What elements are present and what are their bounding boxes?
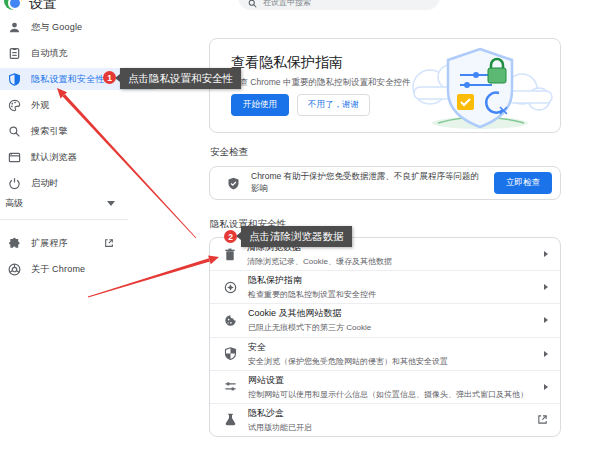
sidebar-item-about-chrome[interactable]: 关于 Chrome [0, 256, 192, 282]
chevron-right-icon [544, 351, 548, 357]
advanced-label: 高级 [5, 197, 23, 210]
sidebar-item-label: 扩展程序 [31, 237, 68, 250]
card-title: 查看隐私保护指南 [231, 54, 343, 72]
sidebar-item-autofill[interactable]: 自动填充 [0, 40, 192, 66]
browser-icon [8, 151, 21, 164]
security-shield-icon [224, 347, 237, 360]
sidebar-item-label: 外观 [31, 99, 49, 112]
row-title: 隐私沙盒 [248, 407, 526, 420]
sidebar-item-label: 启动时 [31, 177, 59, 190]
get-started-button[interactable]: 开始使用 [231, 94, 289, 116]
row-cookies[interactable]: Cookie 及其他网站数据 已阻止无痕模式下的第三方 Cookie [210, 304, 560, 337]
sidebar-advanced-toggle[interactable]: 高级 [5, 197, 115, 210]
puzzle-icon [8, 237, 21, 250]
settings-sidebar: 您与 Google 自动填充 隐私设置和安全性 外观 [0, 14, 192, 196]
row-subtitle: 安全浏览（保护您免受危险网站的侵害）和其他安全设置 [248, 356, 533, 367]
tune-icon [224, 380, 237, 393]
step-2-badge: 2 [224, 230, 237, 243]
row-subtitle: 试用版功能已开启 [248, 422, 526, 433]
row-privacy-guide[interactable]: 隐私保护指南 检查重要的隐私控制设置和安全控件 [210, 271, 560, 304]
chrome-settings-page: 设置 在设置中搜索 您与 Google 自动填充 [0, 0, 600, 451]
sidebar-item-extensions[interactable]: 扩展程序 [0, 230, 192, 256]
sidebar-item-search-engine[interactable]: 搜索引擎 [0, 118, 192, 144]
safety-check-description: Chrome 有助于保护您免受数据泄露、不良扩展程序等问题的影响 [251, 171, 483, 195]
sidebar-item-label: 关于 Chrome [31, 263, 85, 276]
step-2-tooltip: 点击清除浏览器数据 [241, 226, 352, 247]
privacy-guide-card: 查看隐私保护指南 检查 Chrome 中重要的隐私控制设置和安全控件 开始使用 … [209, 38, 561, 133]
power-icon [8, 177, 21, 190]
shield-icon [8, 73, 21, 86]
chrome-icon [8, 263, 21, 276]
sidebar-item-label: 自动填充 [31, 47, 68, 60]
compass-icon [224, 281, 237, 294]
card-subtitle: 检查 Chrome 中重要的隐私控制设置和安全控件 [231, 77, 410, 89]
check-now-button[interactable]: 立即检查 [494, 172, 552, 194]
sidebar-item-on-startup[interactable]: 启动时 [0, 170, 192, 196]
chevron-right-icon [544, 317, 548, 323]
magnifier-icon [8, 125, 21, 138]
step-1-badge: 1 [103, 71, 116, 84]
sidebar-item-default-browser[interactable]: 默认浏览器 [0, 144, 192, 170]
privacy-settings-card: 清除浏览数据 清除浏览记录、Cookie、缓存及其他数据 隐私保护指南 检查重要… [209, 237, 561, 437]
row-title: 网站设置 [248, 374, 533, 387]
no-thanks-button[interactable]: 不用了，谢谢 [297, 94, 370, 116]
safety-check-card: Chrome 有助于保护您免受数据泄露、不良扩展程序等问题的影响 立即检查 [209, 166, 561, 200]
chevron-right-icon [544, 284, 548, 290]
safety-check-section-title: 安全检查 [210, 146, 248, 159]
shield-check-icon [227, 177, 240, 190]
row-title: Cookie 及其他网站数据 [248, 307, 533, 320]
sidebar-item-label: 您与 Google [31, 21, 82, 34]
step-1-tooltip: 点击隐私设置和安全性 [120, 68, 241, 89]
row-subtitle: 检查重要的隐私控制设置和安全控件 [248, 289, 533, 300]
row-subtitle: 已阻止无痕模式下的第三方 Cookie [248, 322, 533, 333]
external-link-icon [537, 414, 548, 425]
page-title: 设置 [29, 0, 57, 13]
trash-icon [224, 248, 236, 261]
row-title: 隐私保护指南 [248, 274, 533, 287]
privacy-shield-illustration [404, 39, 556, 132]
chrome-logo-icon [4, 0, 22, 10]
sidebar-item-you-and-google[interactable]: 您与 Google [0, 14, 192, 40]
sidebar-item-label: 默认浏览器 [31, 151, 77, 164]
sidebar-item-appearance[interactable]: 外观 [0, 92, 192, 118]
row-security[interactable]: 安全 安全浏览（保护您免受危险网站的侵害）和其他安全设置 [210, 338, 560, 371]
row-subtitle: 控制网站可以使用和显示什么信息（如位置信息、摄像头、弹出式窗口及其他） [248, 389, 533, 400]
sidebar-bottom: 扩展程序 关于 Chrome [0, 230, 192, 282]
chevron-right-icon [544, 384, 548, 390]
row-title: 安全 [248, 341, 533, 354]
external-link-icon [104, 238, 114, 248]
row-subtitle: 清除浏览记录、Cookie、缓存及其他数据 [247, 256, 533, 267]
cookie-icon [224, 314, 237, 327]
chevron-right-icon [544, 251, 548, 257]
row-privacy-sandbox[interactable]: 隐私沙盒 试用版功能已开启 [210, 404, 560, 436]
sidebar-item-label: 隐私设置和安全性 [31, 73, 105, 86]
person-icon [8, 21, 21, 34]
palette-icon [8, 99, 21, 112]
sidebar-item-label: 搜索引擎 [31, 125, 68, 138]
autofill-icon [8, 47, 21, 60]
row-site-settings[interactable]: 网站设置 控制网站可以使用和显示什么信息（如位置信息、摄像头、弹出式窗口及其他） [210, 371, 560, 404]
search-placeholder: 在设置中搜索 [263, 0, 311, 8]
settings-search-input[interactable]: 在设置中搜索 [238, 0, 440, 10]
search-icon [248, 0, 257, 8]
chevron-down-icon [107, 201, 115, 206]
flask-icon [224, 413, 237, 426]
sidebar-divider [0, 219, 128, 220]
